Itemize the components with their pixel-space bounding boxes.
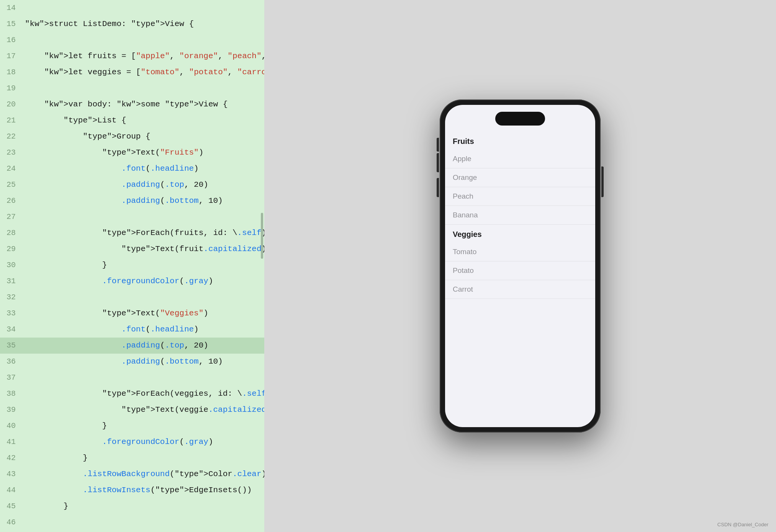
line-number: 26 (0, 193, 21, 209)
list-item: Apple (445, 150, 595, 168)
line-content: "kw">var body: "kw">some "type">View { (21, 96, 264, 113)
veggie-item-carrot: Carrot (453, 285, 473, 294)
line-content: .padding(.bottom, 10) (21, 193, 264, 209)
code-line-20: 20 "kw">var body: "kw">some "type">View … (0, 96, 264, 113)
line-number: 22 (0, 129, 21, 145)
line-content (21, 514, 264, 530)
line-content (21, 0, 264, 16)
line-content: "kw">struct ListDemo: "type">View { (21, 16, 264, 32)
list-item: Peach (445, 187, 595, 206)
line-number: 34 (0, 321, 21, 338)
line-content: .padding(.top, 20) (21, 177, 264, 193)
line-content (21, 32, 264, 48)
fruits-section-header: Fruits (445, 132, 595, 150)
scrollbar[interactable] (261, 213, 263, 259)
line-number: 36 (0, 354, 21, 370)
list-item: Potato (445, 261, 595, 280)
watermark: CSDN @Daniel_Coder (717, 522, 768, 527)
line-content (21, 289, 264, 305)
dynamic-island (495, 112, 545, 126)
line-number: 46 (0, 514, 21, 530)
code-line-35: 35 .padding(.top, 20) (0, 338, 264, 354)
list-item: Tomato (445, 243, 595, 261)
line-content (21, 80, 264, 96)
line-number: 18 (0, 64, 21, 80)
line-number: 16 (0, 32, 21, 48)
code-line-21: 21 "type">List { (0, 113, 264, 129)
line-content: "type">Text(fruit.capitalized) (21, 241, 264, 257)
code-line-33: 33 "type">Text("Veggies") (0, 305, 264, 321)
code-line-27: 27 (0, 209, 264, 225)
volume-down-button (437, 178, 439, 197)
iphone-mockup: Fruits Apple Orange Peach Banana Veggies… (440, 100, 601, 432)
code-panel[interactable]: 14 15"kw">struct ListDemo: "type">View {… (0, 0, 264, 532)
line-number: 14 (0, 0, 21, 16)
code-line-37: 37 (0, 370, 264, 386)
line-number: 31 (0, 273, 21, 289)
code-line-42: 42 } (0, 450, 264, 466)
line-number: 30 (0, 257, 21, 273)
line-content (21, 370, 264, 386)
line-content: } (21, 450, 264, 466)
code-line-14: 14 (0, 0, 264, 16)
code-editor[interactable]: 14 15"kw">struct ListDemo: "type">View {… (0, 0, 264, 532)
line-content: "type">Text("Fruits") (21, 145, 264, 161)
list-item: Orange (445, 168, 595, 187)
line-number: 33 (0, 305, 21, 321)
list-item: Banana (445, 206, 595, 225)
code-line-25: 25 .padding(.top, 20) (0, 177, 264, 193)
code-line-32: 32 (0, 289, 264, 305)
list-item: Carrot (445, 280, 595, 299)
line-number: 43 (0, 466, 21, 482)
code-line-28: 28 "type">ForEach(fruits, id: \.self) { … (0, 225, 264, 241)
line-number: 44 (0, 482, 21, 498)
code-line-36: 36 .padding(.bottom, 10) (0, 354, 264, 370)
line-number: 19 (0, 80, 21, 96)
line-number: 23 (0, 145, 21, 161)
line-number: 40 (0, 418, 21, 434)
line-content (21, 209, 264, 225)
code-line-22: 22 "type">Group { (0, 129, 264, 145)
line-number: 35 (0, 338, 21, 354)
line-content: "type">List { (21, 113, 264, 129)
line-number: 39 (0, 402, 21, 418)
code-line-23: 23 "type">Text("Fruits") (0, 145, 264, 161)
code-line-18: 18 "kw">let veggies = ["tomato", "potato… (0, 64, 264, 80)
line-number: 17 (0, 48, 21, 64)
line-number: 32 (0, 289, 21, 305)
line-content: "type">ForEach(veggies, id: \.self) { ve… (21, 386, 264, 402)
line-content: "type">Text(veggie.capitalized) (21, 402, 264, 418)
line-number: 29 (0, 241, 21, 257)
code-line-31: 31 .foregroundColor(.gray) (0, 273, 264, 289)
line-number: 42 (0, 450, 21, 466)
line-content: } (21, 498, 264, 514)
volume-up-button (437, 153, 439, 172)
code-line-34: 34 .font(.headline) (0, 321, 264, 338)
line-content: } (21, 530, 264, 532)
line-content: "kw">let fruits = ["apple", "orange", "p… (21, 48, 264, 64)
code-line-44: 44 .listRowInsets("type">EdgeInsets()) (0, 482, 264, 498)
line-content: .listRowBackground("type">Color.clear) (21, 466, 264, 482)
fruit-item-apple: Apple (453, 155, 471, 163)
code-line-43: 43 .listRowBackground("type">Color.clear… (0, 466, 264, 482)
fruit-item-banana: Banana (453, 211, 478, 219)
line-content: .foregroundColor(.gray) (21, 273, 264, 289)
fruit-item-orange: Orange (453, 173, 477, 182)
code-line-17: 17 "kw">let fruits = ["apple", "orange",… (0, 48, 264, 64)
line-number: 24 (0, 161, 21, 177)
power-button (601, 166, 604, 197)
line-number: 37 (0, 370, 21, 386)
line-number: 15 (0, 16, 21, 32)
code-line-15: 15"kw">struct ListDemo: "type">View { (0, 16, 264, 32)
line-content: .padding(.top, 20) (21, 338, 264, 354)
line-content: .listRowInsets("type">EdgeInsets()) (21, 482, 264, 498)
preview-panel: Fruits Apple Orange Peach Banana Veggies… (264, 0, 776, 532)
line-number: 21 (0, 113, 21, 129)
code-line-47: 47 } (0, 530, 264, 532)
line-number: 41 (0, 434, 21, 450)
veggie-item-potato: Potato (453, 266, 474, 275)
code-line-45: 45 } (0, 498, 264, 514)
line-number: 20 (0, 96, 21, 113)
line-content: .padding(.bottom, 10) (21, 354, 264, 370)
veggie-item-tomato: Tomato (453, 248, 476, 256)
